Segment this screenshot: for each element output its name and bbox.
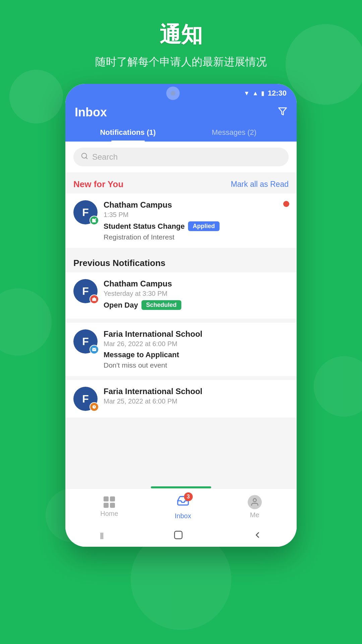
avatar-prev1: F — [73, 329, 98, 354]
page-subtitle-cn: 随时了解每个申请人的最新进展情况 — [95, 55, 267, 69]
search-bar[interactable]: Search — [73, 148, 289, 166]
notification-new-0[interactable]: F Chatham Campus 1:35 PM Student Status … — [65, 194, 297, 248]
me-icon — [248, 495, 262, 509]
avatar-badge-clock — [89, 402, 99, 412]
status-time: 12:30 — [268, 89, 287, 98]
nav-inbox-label: Inbox — [175, 512, 191, 520]
new-for-you-header: New for You Mark all as Read — [65, 172, 297, 194]
inbox-title: Inbox — [75, 105, 107, 119]
avatar-letter-prev1: F — [82, 335, 89, 348]
nav-home-label: Home — [100, 510, 118, 518]
svg-point-5 — [253, 499, 256, 502]
nav-home[interactable]: Home — [90, 494, 128, 520]
bottom-nav: Home 3 Inbox Me — [65, 488, 297, 525]
avatar: F — [73, 200, 98, 224]
avatar-letter: F — [82, 206, 89, 219]
notif-time-prev2: Mar 25, 2022 at 6:00 PM — [104, 397, 289, 405]
notif-desc-prev1: Don't miss out event — [104, 361, 289, 369]
notif-subject-line-prev0: Open Day Scheduled — [104, 300, 289, 310]
nav-me[interactable]: Me — [238, 492, 272, 522]
status-badge-applied: Applied — [188, 221, 220, 231]
notif-subject-prev1: Message to Applicant — [104, 351, 179, 359]
avatar-letter-prev0: F — [82, 285, 89, 298]
notif-time-prev0: Yesterday at 3:30 PM — [104, 290, 289, 298]
page-header: 通知 随时了解每个申请人的最新进展情况 — [95, 20, 267, 69]
tab-messages[interactable]: Messages (2) — [181, 123, 287, 142]
search-icon — [81, 152, 88, 162]
page-title-cn: 通知 — [95, 20, 267, 49]
unread-dot — [283, 201, 289, 207]
new-for-you-title: New for You — [73, 179, 123, 190]
phone-mockup: ▼ ▲ ▮ 12:30 Inbox Notifications (1) Mess… — [65, 84, 297, 547]
notification-prev-2[interactable]: F Faria International School Mar 25, 202… — [65, 380, 297, 418]
avatar-prev0: F — [73, 279, 98, 303]
notification-body: Chatham Campus 1:35 PM Student Status Ch… — [104, 200, 289, 241]
system-nav: ⦀ — [65, 525, 297, 547]
notification-body-prev2: Faria International School Mar 25, 2022 … — [104, 387, 289, 408]
notif-subject: Student Status Change — [104, 222, 185, 231]
home-icon — [104, 496, 115, 508]
notif-subject-line: Student Status Change Applied — [104, 221, 289, 231]
notification-body-prev0: Chatham Campus Yesterday at 3:30 PM Open… — [104, 279, 289, 312]
notif-time: 1:35 PM — [104, 211, 289, 219]
app-header-top: Inbox — [75, 105, 287, 123]
svg-marker-0 — [279, 108, 286, 115]
notif-sender-prev2: Faria International School — [104, 387, 289, 396]
notif-sender: Chatham Campus — [104, 200, 289, 210]
system-nav-back[interactable] — [243, 530, 272, 542]
notif-subject-line-prev1: Message to Applicant — [104, 351, 289, 359]
nav-me-label: Me — [250, 511, 259, 519]
system-nav-home[interactable] — [163, 530, 193, 542]
search-placeholder: Search — [92, 152, 118, 162]
system-nav-recent[interactable]: ⦀ — [90, 531, 114, 542]
inbox-badge: 3 — [184, 492, 193, 501]
filter-icon[interactable] — [278, 107, 287, 118]
notif-desc: Registration of Interest — [104, 233, 289, 241]
camera-dot — [171, 91, 175, 96]
svg-rect-6 — [175, 531, 182, 539]
wifi-icon: ▼ — [244, 90, 250, 97]
search-container: Search — [65, 142, 297, 172]
mark-all-read-button[interactable]: Mark all as Read — [231, 180, 289, 189]
avatar-wrapper-prev2: F — [73, 387, 98, 411]
notif-subject-prev0: Open Day — [104, 301, 138, 310]
notif-sender-prev0: Chatham Campus — [104, 279, 289, 288]
avatar-wrapper: F — [73, 200, 98, 224]
status-bar: ▼ ▲ ▮ 12:30 — [65, 84, 297, 103]
previous-notifications-title: Previous Notifications — [65, 251, 297, 272]
signal-icon: ▲ — [252, 90, 258, 97]
status-badge-scheduled: Scheduled — [141, 300, 181, 310]
avatar-badge-mail — [89, 345, 99, 354]
notification-prev-0[interactable]: F Chatham Campus Yesterday at 3:30 PM Op… — [65, 272, 297, 319]
avatar-letter-prev2: F — [82, 393, 89, 405]
battery-icon: ▮ — [261, 90, 264, 97]
signal-icons: ▼ ▲ ▮ — [244, 90, 264, 97]
notification-prev-1[interactable]: F Faria International School Mar 26, 202… — [65, 323, 297, 376]
tab-notifications[interactable]: Notifications (1) — [75, 123, 181, 142]
main-content: Search New for You Mark all as Read F — [65, 142, 297, 488]
avatar-wrapper-prev0: F — [73, 279, 98, 303]
avatar-prev2: F — [73, 387, 98, 411]
camera-notch — [166, 87, 180, 100]
notification-body-prev1: Faria International School Mar 26, 2022 … — [104, 329, 289, 369]
notif-time-prev1: Mar 26, 2022 at 6:00 PM — [104, 340, 289, 348]
inbox-icon: 3 — [177, 494, 189, 510]
avatar-badge-edit — [89, 216, 99, 225]
svg-line-2 — [86, 157, 87, 159]
app-header: Inbox Notifications (1) Messages (2) — [65, 103, 297, 142]
status-indicators: ▼ ▲ ▮ 12:30 — [244, 89, 287, 98]
avatar-badge-building — [89, 294, 99, 304]
tabs-bar: Notifications (1) Messages (2) — [75, 123, 287, 142]
notif-sender-prev1: Faria International School — [104, 329, 289, 339]
avatar-wrapper-prev1: F — [73, 329, 98, 354]
nav-inbox[interactable]: 3 Inbox — [165, 492, 201, 523]
home-indicator — [151, 486, 211, 488]
